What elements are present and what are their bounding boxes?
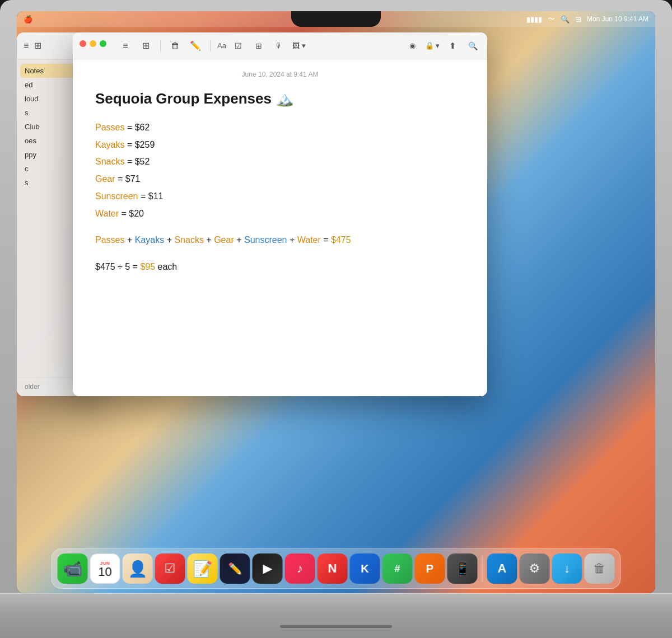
note-item-sunscreen: Sunscreen = $11 — [95, 189, 465, 205]
menu-bar-datetime: Mon Jun 10 9:41 AM — [587, 15, 648, 23]
battery-icon: ▮▮▮▮ — [526, 15, 542, 24]
dock-pages[interactable]: P — [415, 553, 445, 584]
item-equals-water: = $20 — [122, 209, 144, 218]
maximize-button[interactable] — [100, 40, 106, 47]
note-body: Passes = $62 Kayaks = $259 Snacks = $52 — [95, 120, 465, 276]
note-item-water: Water = $20 — [95, 206, 465, 222]
sidebar-grid-icon[interactable]: ⊞ — [34, 40, 41, 51]
macbook-notch-bar — [280, 625, 392, 628]
collaborate-button[interactable]: ◉ — [404, 38, 420, 54]
sidebar-ed-label: ed — [25, 81, 32, 89]
item-label-passes: Passes — [95, 123, 124, 132]
table-button[interactable]: ⊞ — [251, 38, 267, 54]
item-label-snacks: Snacks — [95, 157, 124, 166]
result-value: $95 — [140, 262, 155, 271]
formula-equals: = — [323, 235, 331, 245]
close-button[interactable] — [80, 40, 86, 47]
media-button[interactable]: 🖼 ▾ — [291, 38, 307, 54]
control-center-icon[interactable]: ⊞ — [575, 15, 581, 24]
item-label-water: Water — [95, 209, 119, 218]
dock-notes[interactable]: 📝 — [188, 553, 218, 584]
sidebar-oes-label: oes — [25, 137, 36, 145]
note-formula: Passes + Kayaks + Snacks + Gear + Sunscr… — [95, 231, 465, 249]
notes-window: ≡ ⊞ 🗑 ✏️ Aa ☑ ⊞ 🎙 🖼 ▾ ◉ 🔒 ▾ ⬆ 🔍 — [73, 32, 487, 396]
note-item-passes: Passes = $62 — [95, 120, 465, 136]
dock-appletv[interactable]: ▶ — [253, 553, 283, 584]
formula-total: $475 — [331, 235, 351, 245]
note-title-text: Sequoia Group Expenses 🏔️ — [95, 90, 293, 107]
panel-footer-text: older — [25, 383, 40, 391]
wifi-icon: 〜 — [548, 14, 555, 24]
formula-plus-5: + — [290, 235, 297, 245]
notch — [291, 11, 381, 27]
formula-plus-3: + — [206, 235, 214, 245]
dock-music[interactable]: ♪ — [285, 553, 315, 584]
audio-button[interactable]: 🎙 — [271, 38, 287, 54]
dock-keynote[interactable]: K — [350, 553, 380, 584]
dock-trash[interactable]: 🗑 — [585, 553, 615, 584]
compose-button[interactable]: ✏️ — [188, 38, 203, 54]
sidebar-club-label: Club — [25, 123, 40, 131]
item-equals-sunscreen: = $11 — [141, 191, 163, 201]
menu-bar-right: ▮▮▮▮ 〜 🔍 ⊞ Mon Jun 10 9:41 AM — [526, 14, 648, 24]
grid-view-button[interactable]: ⊞ — [138, 38, 153, 54]
dock-appstore[interactable]: A — [487, 553, 517, 584]
item-label-sunscreen: Sunscreen — [95, 191, 138, 201]
search-icon[interactable]: 🔍 — [561, 15, 570, 24]
toolbar-separator-1 — [160, 40, 161, 51]
item-equals-gear: = $71 — [118, 174, 140, 184]
menu-bar-left: 🍎 — [24, 15, 32, 24]
dock-numbers[interactable]: # — [382, 553, 413, 584]
screen-bezel: 🍎 ▮▮▮▮ 〜 🔍 ⊞ Mon Jun 10 9:41 AM ≡ ⊞ — [17, 11, 655, 593]
sidebar-loud-label: loud — [25, 95, 39, 103]
apple-icon[interactable]: 🍎 — [24, 15, 32, 24]
result-prefix: $475 ÷ 5 = — [95, 262, 140, 271]
sidebar-s2-label: s — [25, 179, 29, 187]
dock-freeform[interactable]: ✏️ — [220, 553, 250, 584]
formula-sunscreen: Sunscreen — [244, 235, 287, 245]
note-result: $475 ÷ 5 = $95 each — [95, 258, 465, 276]
macbook-bottom-bar — [0, 593, 672, 638]
formula-kayaks: Kayaks — [135, 235, 164, 245]
dock-airdrop[interactable]: ↓ — [552, 553, 582, 584]
item-equals-kayaks: = $259 — [127, 140, 155, 149]
sidebar-notes-label: Notes — [25, 67, 44, 75]
note-item-gear: Gear = $71 — [95, 171, 465, 187]
dock-calendar[interactable]: JUN 10 — [90, 553, 120, 584]
minimize-button[interactable] — [90, 40, 96, 47]
list-view-button[interactable]: ≡ — [118, 38, 133, 54]
share-button[interactable]: ⬆ — [445, 38, 460, 54]
formula-plus-4: + — [236, 235, 244, 245]
sidebar-c-label: c — [25, 165, 29, 173]
note-date: June 10, 2024 at 9:41 AM — [95, 71, 465, 78]
lock-button[interactable]: 🔒 ▾ — [424, 38, 440, 54]
notes-content[interactable]: June 10, 2024 at 9:41 AM Sequoia Group E… — [73, 59, 487, 396]
note-item-snacks: Snacks = $52 — [95, 154, 465, 170]
item-label-kayaks: Kayaks — [95, 140, 124, 149]
formula-gear: Gear — [214, 235, 234, 245]
note-item-kayaks: Kayaks = $259 — [95, 137, 465, 153]
dock-mirror[interactable]: 📱 — [447, 553, 478, 584]
sidebar-list-icon[interactable]: ≡ — [24, 41, 29, 51]
formula-passes: Passes — [95, 235, 124, 245]
macbook-outer: 🍎 ▮▮▮▮ 〜 🔍 ⊞ Mon Jun 10 9:41 AM ≡ ⊞ — [0, 0, 672, 638]
notes-toolbar: ≡ ⊞ 🗑 ✏️ Aa ☑ ⊞ 🎙 🖼 ▾ ◉ 🔒 ▾ ⬆ 🔍 — [73, 32, 487, 59]
dock-facetime[interactable]: 📹 — [58, 553, 88, 584]
panel-toolbar-icons: ≡ ⊞ — [24, 40, 41, 51]
formula-plus-1: + — [127, 235, 135, 245]
checklist-button[interactable]: ☑ — [231, 38, 246, 54]
item-equals-passes: = $62 — [127, 123, 150, 132]
dock-news[interactable]: N — [318, 553, 348, 584]
sidebar-ppy-label: ppy — [25, 151, 36, 159]
delete-button[interactable]: 🗑 — [167, 38, 183, 54]
dock-reminders[interactable]: ☑ — [155, 553, 185, 584]
font-button[interactable]: Aa — [217, 41, 226, 50]
result-suffix: each — [158, 262, 178, 271]
dock: 📹 JUN 10 👤 ☑ 📝 ✏️ ▶ ♪ N K # P 📱 A ⚙ ↓ — [52, 548, 621, 589]
search-button[interactable]: 🔍 — [465, 38, 480, 54]
dock-contacts[interactable]: 👤 — [123, 553, 153, 584]
desktop: 🍎 ▮▮▮▮ 〜 🔍 ⊞ Mon Jun 10 9:41 AM ≡ ⊞ — [17, 11, 655, 593]
calendar-day: 10 — [98, 566, 111, 578]
dock-divider — [482, 556, 483, 581]
dock-system-preferences[interactable]: ⚙ — [520, 553, 550, 584]
